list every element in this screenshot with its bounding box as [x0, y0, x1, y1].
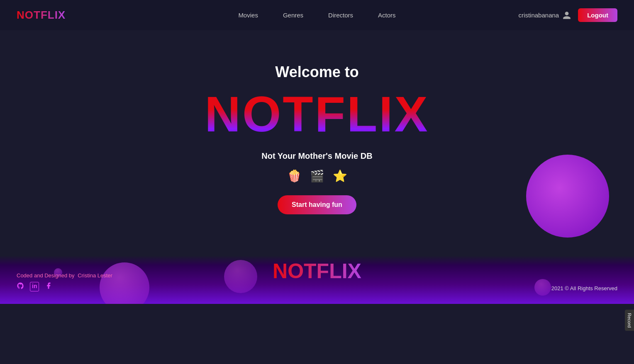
decorative-circle-large	[526, 155, 609, 238]
nav-item-directors[interactable]: Directors	[328, 12, 353, 19]
linkedin-link[interactable]: in	[30, 282, 39, 291]
nav-links: Movies Genres Directors Actors	[238, 12, 395, 19]
cta-button[interactable]: Start having fun	[278, 195, 356, 214]
footer: Coded and Designed by Cristina Lester in…	[0, 256, 634, 304]
nav-right: cristinabanana Logout	[519, 8, 617, 22]
popcorn-emoji: 🍿	[287, 169, 302, 183]
nav-item-actors[interactable]: Actors	[378, 12, 396, 19]
nav-link-genres[interactable]: Genres	[283, 12, 303, 19]
emoji-row: 🍿 🎬 ⭐	[287, 169, 347, 183]
credit-prefix: Coded and Designed by	[17, 272, 75, 279]
nav-item-genres[interactable]: Genres	[283, 12, 303, 19]
username-label: cristinabanana	[519, 12, 559, 19]
navbar: NOTFLIX Movies Genres Directors Actors c…	[0, 0, 634, 30]
tagline: Not Your Mother's Movie DB	[261, 151, 372, 161]
nav-link-actors[interactable]: Actors	[378, 12, 396, 19]
footer-left: Coded and Designed by Cristina Lester in	[17, 272, 112, 291]
facebook-link[interactable]	[45, 282, 52, 291]
nav-link-directors[interactable]: Directors	[328, 12, 353, 19]
star-emoji: ⭐	[333, 169, 347, 183]
camera-emoji: 🎬	[310, 169, 324, 183]
nav-user: cristinabanana	[519, 11, 572, 20]
github-link[interactable]	[17, 282, 24, 291]
github-icon	[17, 282, 24, 289]
hero-logo: NOTFLIX	[205, 89, 429, 139]
nav-logo[interactable]: NOTFLIX	[17, 9, 66, 22]
logout-button[interactable]: Logout	[578, 8, 617, 22]
welcome-heading: Welcome to	[275, 63, 358, 81]
user-icon	[562, 11, 571, 20]
facebook-icon	[45, 282, 52, 289]
footer-logo: NOTFLIX	[273, 259, 361, 283]
nav-item-movies[interactable]: Movies	[238, 12, 258, 19]
footer-social: in	[17, 282, 112, 291]
nav-link-movies[interactable]: Movies	[238, 12, 258, 19]
footer-copyright: 2021 © All Rights Reserved	[551, 285, 617, 291]
record-tab[interactable]: Record	[625, 310, 634, 331]
credit-name: Cristina Lester	[78, 272, 112, 279]
main-content: Welcome to NOTFLIX Not Your Mother's Mov…	[0, 30, 634, 231]
footer-credit: Coded and Designed by Cristina Lester	[17, 272, 112, 279]
footer-inner: Coded and Designed by Cristina Lester in…	[17, 272, 617, 291]
